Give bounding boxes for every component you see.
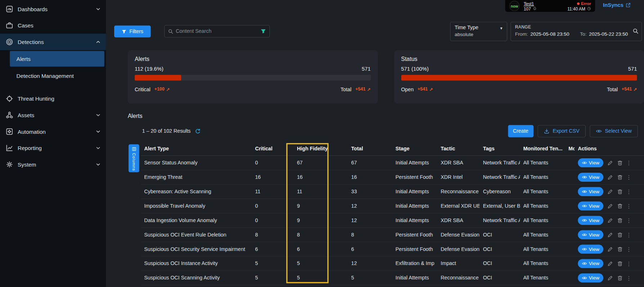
time-range-picker[interactable]: RANGE From: 2025-05-08 23:50 To: 2025-05… (510, 22, 642, 41)
range-label: RANGE (515, 24, 629, 29)
sidebar-item-reporting[interactable]: Reporting (0, 140, 106, 156)
delete-icon[interactable] (617, 246, 623, 252)
col-tactic[interactable]: Tactic (437, 146, 479, 152)
more-icon[interactable]: ⋮ (627, 160, 631, 166)
range-search-icon[interactable] (632, 28, 639, 34)
search-filter-icon[interactable] (260, 28, 266, 34)
delete-icon[interactable] (617, 189, 623, 195)
account-widget[interactable]: now Test1 107 Error 11:40 AM (505, 0, 595, 12)
content-search[interactable] (164, 25, 270, 37)
view-button[interactable]: View (578, 202, 603, 211)
sidebar-item-threat-hunting[interactable]: Threat Hunting (0, 90, 106, 107)
more-icon[interactable]: ⋮ (627, 217, 631, 224)
edit-icon[interactable] (607, 260, 613, 266)
cell-total: 67 (348, 160, 392, 166)
more-icon[interactable]: ⋮ (627, 189, 631, 195)
sidebar-item-system[interactable]: System (0, 156, 106, 173)
delta-value: +541 (622, 86, 632, 91)
col-high-fidelity[interactable]: High Fidelity (294, 146, 348, 152)
delete-icon[interactable] (617, 203, 623, 209)
sidebar-item-automation[interactable]: Automation (0, 123, 106, 140)
edit-icon[interactable] (607, 217, 613, 224)
delete-icon[interactable] (617, 275, 623, 281)
edit-icon[interactable] (607, 275, 613, 281)
table-row[interactable]: Impossible Travel Anomaly 0 9 12 Initial… (141, 199, 644, 213)
table-row[interactable]: Sensor Status Anomaly 0 67 67 Initial At… (141, 156, 644, 170)
view-button[interactable]: View (578, 259, 603, 268)
chevron-down-icon (95, 112, 101, 118)
sidebar-item-cases[interactable]: Cases (0, 17, 106, 34)
sidebar-item-assets[interactable]: Assets (0, 107, 106, 123)
edit-icon[interactable] (607, 160, 613, 166)
table-row[interactable]: Emerging Threat 16 16 16 Persistent Foot… (141, 170, 644, 185)
edit-icon[interactable] (607, 203, 613, 209)
col-tags[interactable]: Tags (480, 146, 520, 152)
refresh-icon[interactable] (195, 128, 201, 134)
more-icon[interactable]: ⋮ (627, 232, 631, 238)
alerts-stat-card: Alerts 112 (19.6%) 571 Critical +100 ↗ T… (128, 50, 378, 103)
search-input[interactable] (176, 28, 258, 34)
edit-icon[interactable] (607, 189, 613, 195)
account-name[interactable]: Test1 (524, 1, 537, 6)
more-icon[interactable]: ⋮ (627, 246, 631, 252)
more-icon[interactable]: ⋮ (627, 260, 631, 266)
view-button[interactable]: View (578, 158, 603, 167)
status-stat-card: Status 571 (100%) 571 Open +541 ↗ Total … (394, 50, 644, 103)
sidebar-item-detections[interactable]: Detections (0, 34, 106, 50)
edit-icon[interactable] (607, 246, 613, 252)
sidebar-item-dashboards[interactable]: Dashboards (0, 1, 106, 17)
view-button[interactable]: View (578, 244, 603, 253)
cell-stage: Initial Attempts (392, 275, 437, 281)
view-button[interactable]: View (578, 230, 603, 239)
delete-icon[interactable] (617, 232, 623, 238)
delete-icon[interactable] (617, 160, 623, 166)
cell-monitored-tenants: All Tenants (520, 203, 565, 209)
edit-icon[interactable] (607, 232, 613, 238)
col-monitored-tenants[interactable]: Monitored Ten... (520, 146, 565, 152)
chevron-down-icon (95, 129, 101, 134)
delete-icon[interactable] (617, 217, 623, 224)
table-row[interactable]: Data Ingestion Volume Anomaly 0 9 12 Ini… (141, 213, 644, 228)
cell-tags: Network Traffic A (480, 174, 520, 180)
delete-icon[interactable] (617, 174, 623, 180)
delete-icon[interactable] (617, 260, 623, 266)
more-icon[interactable]: ⋮ (627, 275, 631, 281)
eye-icon (582, 232, 587, 237)
table-row[interactable]: Suspicious OCI Scanning Activity 5 5 5 I… (141, 271, 644, 285)
create-button[interactable]: Create (508, 125, 533, 137)
col-stage[interactable]: Stage (392, 146, 437, 152)
table-row[interactable]: Suspicious OCI Instance Activity 5 5 12 … (141, 257, 644, 271)
servicenow-logo: now (509, 1, 520, 11)
table-row[interactable]: Cybereason: Active Scanning 11 11 33 Ini… (141, 185, 644, 199)
select-view-button[interactable]: Select View (590, 125, 638, 137)
insyncs-link[interactable]: InSyncs (603, 2, 631, 8)
col-critical[interactable]: Critical (252, 146, 294, 152)
cell-alert-type: Impossible Travel Anomaly (141, 203, 252, 209)
alerts-section-title: Alerts (128, 112, 644, 119)
view-button[interactable]: View (578, 216, 603, 225)
table-row[interactable]: Suspicious OCI Event Rule Deletion 8 8 8… (141, 228, 644, 242)
cell-tags: OCI (480, 261, 520, 266)
filters-label: Filters (129, 28, 143, 34)
more-icon[interactable]: ⋮ (627, 174, 631, 180)
export-csv-button[interactable]: Export CSV (537, 125, 586, 137)
col-total[interactable]: Total (348, 146, 392, 152)
cell-stage: Persistent Footh (392, 232, 437, 238)
sidebar-item-alerts[interactable]: Alerts (10, 51, 104, 66)
col-mo[interactable]: Mo (565, 146, 574, 152)
stat-cards: Alerts 112 (19.6%) 571 Critical +100 ↗ T… (128, 50, 644, 103)
filters-button[interactable]: Filters (114, 26, 151, 37)
time-type-select[interactable]: Time Type absolute ▼ (450, 22, 507, 41)
col-alert-type[interactable]: Alert Type (141, 146, 252, 152)
sidebar-item-detection-management[interactable]: Detection Management (0, 67, 106, 84)
edit-icon[interactable] (607, 174, 613, 180)
view-button[interactable]: View (578, 273, 603, 282)
cell-actions: View ⋮ (574, 216, 644, 225)
cases-icon (6, 22, 13, 29)
view-button[interactable]: View (578, 187, 603, 196)
more-icon[interactable]: ⋮ (627, 203, 631, 209)
bell-icon[interactable] (532, 6, 536, 10)
view-button[interactable]: View (578, 173, 603, 182)
columns-button[interactable]: Columns (129, 144, 139, 172)
table-row[interactable]: Suspicious OCI Security Service Impairme… (141, 242, 644, 257)
